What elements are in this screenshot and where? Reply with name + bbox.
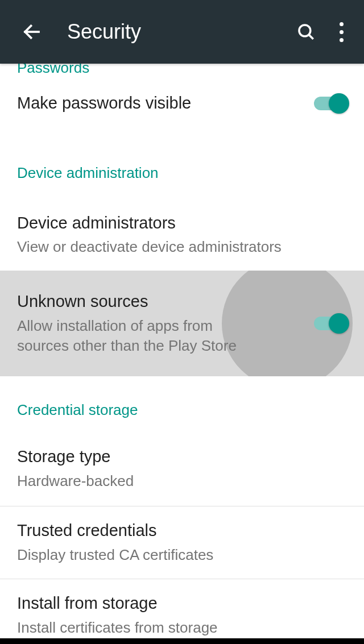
section-header-credential-storage: Credential storage [0,376,364,434]
setting-install-from-storage[interactable]: Install from storage Install certificate… [0,579,364,644]
setting-unknown-sources[interactable]: Unknown sources Allow installation of ap… [0,271,364,376]
setting-subtitle: Hardware-backed [17,471,347,491]
search-button[interactable] [292,18,320,45]
page-title: Security [67,20,292,44]
setting-title: Unknown sources [17,291,268,313]
setting-title: Device administrators [17,213,347,234]
setting-subtitle: Allow installation of apps from sources … [17,316,268,356]
back-button[interactable] [18,18,46,45]
setting-title: Make passwords visible [17,93,303,114]
navigation-bar [0,638,364,644]
setting-device-administrators[interactable]: Device administrators View or deactivate… [0,199,364,271]
setting-trusted-credentials[interactable]: Trusted credentials Display trusted CA c… [0,506,364,579]
svg-point-1 [299,25,311,36]
toggle-make-passwords-visible[interactable] [314,97,347,110]
back-arrow-icon [22,22,42,42]
setting-storage-type[interactable]: Storage type Hardware-backed [0,434,364,506]
setting-subtitle: Install certificates from storage [17,618,347,638]
more-vert-icon [340,22,344,42]
setting-make-passwords-visible[interactable]: Make passwords visible [0,77,364,130]
setting-title: Storage type [17,446,347,468]
app-bar: Security [0,0,364,64]
section-header-device-admin: Device administration [0,130,364,199]
svg-line-2 [309,35,313,39]
setting-title: Trusted credentials [17,520,347,542]
setting-subtitle: Display trusted CA certificates [17,545,347,565]
content-area: Passwords Make passwords visible Device … [0,59,364,644]
setting-subtitle: View or deactivate device administrators [17,237,347,257]
overflow-menu-button[interactable] [328,18,355,45]
search-icon [296,22,316,41]
toggle-unknown-sources[interactable] [314,317,347,330]
setting-title: Install from storage [17,593,347,614]
